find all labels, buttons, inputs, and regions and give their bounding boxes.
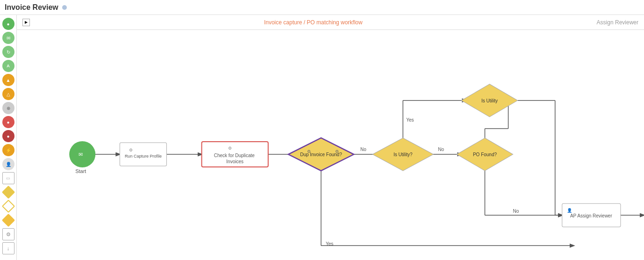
toolbar-dark-red-icon[interactable]: ● [2, 130, 14, 142]
ap-assign-person-icon: 👤 [567, 208, 572, 213]
toolbar-triangle-outline-icon[interactable]: △ [2, 88, 14, 100]
label-no1: No [360, 147, 366, 152]
assign-reviewer-label: Assign Reviewer [597, 19, 638, 26]
toolbar-lightning-icon[interactable]: ⚡ [2, 144, 14, 156]
toolbar-diamond1-icon[interactable] [1, 186, 14, 199]
toolbar-refresh-icon[interactable]: ↻ [2, 46, 14, 58]
toolbar-triangle-solid-icon[interactable]: ▲ [2, 74, 14, 86]
label-no2: No [438, 147, 444, 152]
canvas-area: ▶ Invoice capture / PO matching workflow… [17, 15, 644, 260]
toolbar-text-icon[interactable]: A [2, 60, 14, 72]
toolbar-down-icon[interactable]: ↓ [2, 242, 14, 254]
toolbar-gear-icon[interactable]: ⚙ [2, 228, 14, 240]
start-label: Start [75, 168, 86, 174]
dup-invoice-found-label: Dup Invoice Found? [300, 152, 342, 157]
page-title: Invoice Review [5, 3, 58, 12]
is-utility-q-label: Is Utility? [394, 152, 413, 157]
label-no3: No [513, 209, 519, 214]
workflow-canvas: No No Yes [17, 30, 644, 260]
canvas-top-bar: ▶ Invoice capture / PO matching workflow… [17, 15, 644, 30]
status-dot [62, 5, 67, 10]
toolbar-diamond2-icon[interactable] [1, 200, 14, 213]
workflow-label: Invoice capture / PO matching workflow [264, 19, 363, 26]
toolbar-person-icon[interactable]: 👤 [2, 158, 14, 170]
toolbar-red-circle-icon[interactable]: ● [2, 116, 14, 128]
main-layout: ● ✉ ↻ A ▲ △ ⊕ ● ● ⚡ 👤 ▭ ⚙ ↓ [0, 15, 644, 260]
toolbar-start-icon[interactable]: ● [2, 18, 14, 30]
toolbar-email-icon[interactable]: ✉ [2, 32, 14, 44]
start-icon: ✉ [79, 152, 83, 157]
left-toolbar: ● ✉ ↻ A ▲ △ ⊕ ● ● ⚡ 👤 ▭ ⚙ ↓ [0, 15, 17, 260]
toolbar-diamond3-icon[interactable] [1, 214, 14, 227]
toolbar-rect-icon[interactable]: ▭ [2, 172, 14, 184]
expand-button[interactable]: ▶ [22, 19, 30, 26]
label-yes2: Yes [326, 241, 333, 246]
ap-assign-reviewer-label: AP Assign Reviewer [570, 213, 613, 218]
label-yes1: Yes [406, 117, 414, 123]
is-utility-top-label: Is Utility [481, 98, 498, 103]
capture-profile-label: Run Capture Profile [125, 154, 162, 159]
header: Invoice Review [0, 0, 644, 15]
check-dup-gear-icon: ⚙ [228, 146, 232, 151]
workflow-svg: No No Yes [17, 30, 644, 260]
toolbar-circle-icon[interactable]: ⊕ [2, 102, 14, 114]
po-found-label: PO Found? [473, 152, 497, 157]
capture-gear-icon: ⚙ [129, 148, 133, 152]
